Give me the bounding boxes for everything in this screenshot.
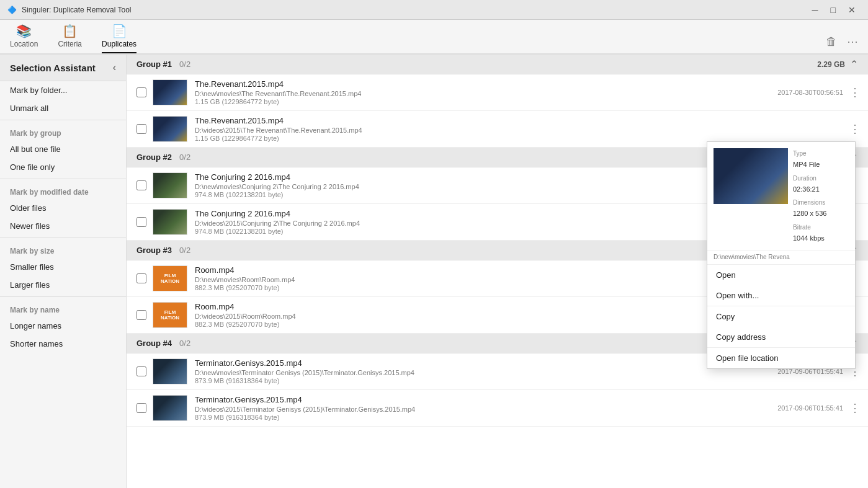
file-path-1b: D:\videos\2015\The Revenant\The.Revenant… bbox=[195, 126, 843, 134]
file-thumbnail-3b: FILMNATION bbox=[153, 302, 187, 328]
file-path-4b: D:\videos\2015\Terminator Genisys (2015)… bbox=[195, 406, 777, 413]
popup-dimensions-value: 1280 x 536 bbox=[793, 208, 826, 220]
delete-button[interactable]: 🗑 bbox=[826, 35, 837, 48]
popup-img-row: Type MP4 File Duration 02:36:21 Dimensio… bbox=[707, 142, 855, 251]
sidebar-item-unmark-all[interactable]: Unmark all bbox=[0, 99, 126, 117]
sidebar-item-mark-by-folder[interactable]: Mark by folder... bbox=[0, 81, 126, 99]
file-name-4a: Terminator.Genisys.2015.mp4 bbox=[195, 358, 777, 368]
file-checkbox-2b[interactable] bbox=[136, 217, 146, 227]
sidebar-section-mark-by-date: Mark by modified date bbox=[0, 182, 126, 199]
toolbar-criteria-label: Criteria bbox=[58, 40, 82, 48]
group1-count: 0/2 bbox=[179, 60, 190, 69]
file-checkbox-4a[interactable] bbox=[136, 366, 146, 376]
minimize-button[interactable]: ─ bbox=[807, 2, 823, 17]
window-controls: ─ □ ✕ bbox=[807, 2, 861, 17]
group-header-1: Group #1 0/2 2.29 GB ⌃ bbox=[127, 55, 868, 74]
file-row: The.Revenant.2015.mp4 D:\new\movies\The … bbox=[127, 74, 868, 111]
popup-action-open[interactable]: Open bbox=[707, 265, 855, 285]
file-name-4b: Terminator.Genisys.2015.mp4 bbox=[195, 395, 777, 404]
file-checkbox-4b[interactable] bbox=[136, 403, 146, 413]
sidebar-item-all-but-one[interactable]: All but one file bbox=[0, 140, 126, 158]
file-date-1a: 2017-08-30T00:56:51 bbox=[777, 89, 858, 96]
file-menu-btn-1a[interactable]: ⋮ bbox=[847, 84, 863, 100]
sidebar-divider-2 bbox=[0, 179, 126, 179]
popup-type-label: Type bbox=[793, 148, 826, 159]
file-checkbox-3b[interactable] bbox=[136, 310, 146, 320]
file-date-4a: 2017-09-06T01:55:41 bbox=[777, 368, 858, 375]
toolbar-location[interactable]: 📚 Location bbox=[10, 21, 38, 53]
maximize-button[interactable]: □ bbox=[826, 2, 841, 17]
sidebar-item-larger-files[interactable]: Larger files bbox=[0, 276, 126, 294]
file-size-4b: 873.9 MB (916318364 byte) bbox=[195, 414, 777, 421]
file-menu-btn-1b[interactable]: ⋮ bbox=[847, 121, 863, 137]
file-name-1a: The.Revenant.2015.mp4 bbox=[195, 79, 777, 89]
toolbar-right: 🗑 ⋯ bbox=[826, 35, 858, 53]
popup-action-open-location[interactable]: Open file location bbox=[707, 348, 855, 368]
sidebar-section-mark-by-group: Mark by group bbox=[0, 123, 126, 140]
sidebar-item-smaller-files[interactable]: Smaller files bbox=[0, 258, 126, 276]
popup-action-open-with[interactable]: Open with... bbox=[707, 285, 855, 306]
location-icon: 📚 bbox=[16, 24, 32, 38]
sidebar-title: Selection Assistant bbox=[10, 63, 96, 73]
file-info-1b: The.Revenant.2015.mp4 D:\videos\2015\The… bbox=[195, 116, 843, 142]
file-name-1b: The.Revenant.2015.mp4 bbox=[195, 116, 843, 125]
popup-type-value: MP4 File bbox=[793, 159, 826, 171]
main-layout: Selection Assistant ‹ Mark by folder... … bbox=[0, 55, 868, 488]
sidebar-section-mark-by-name: Mark by name bbox=[0, 299, 126, 317]
file-thumbnail-3a: FILMNATION bbox=[153, 265, 187, 291]
sidebar: Selection Assistant ‹ Mark by folder... … bbox=[0, 55, 127, 488]
group3-label: Group #3 bbox=[136, 246, 172, 255]
file-thumbnail-1a bbox=[153, 79, 187, 105]
close-button[interactable]: ✕ bbox=[843, 2, 861, 17]
sidebar-back-button[interactable]: ‹ bbox=[110, 61, 119, 74]
popup-duration-value: 02:36:21 bbox=[793, 184, 826, 195]
file-size-1a: 1.15 GB (1229864772 byte) bbox=[195, 98, 777, 105]
file-thumbnail-1b bbox=[153, 116, 187, 142]
title-bar: 🔷 Singuler: Duplicate Removal Tool ─ □ ✕ bbox=[0, 0, 868, 20]
file-info-4a: Terminator.Genisys.2015.mp4 D:\new\movie… bbox=[195, 358, 777, 384]
content-area: Group #1 0/2 2.29 GB ⌃ The.Revenant.2015… bbox=[127, 55, 868, 488]
sidebar-item-shorter-names[interactable]: Shorter names bbox=[0, 335, 126, 353]
group1-toggle[interactable]: ⌃ bbox=[850, 58, 858, 70]
sidebar-divider-4 bbox=[0, 296, 126, 297]
popup-action-copy[interactable]: Copy bbox=[707, 306, 855, 327]
file-checkbox-3a[interactable] bbox=[136, 273, 146, 283]
more-button[interactable]: ⋯ bbox=[847, 35, 858, 48]
sidebar-item-older-files[interactable]: Older files bbox=[0, 199, 126, 217]
file-row: Terminator.Genisys.2015.mp4 D:\videos\20… bbox=[127, 390, 868, 427]
duplicates-icon: 📄 bbox=[112, 24, 127, 38]
group4-label: Group #4 bbox=[136, 339, 172, 348]
file-checkbox-1a[interactable] bbox=[136, 87, 146, 97]
group3-count: 0/2 bbox=[179, 246, 190, 255]
file-path-1a: D:\new\movies\The Revenant\The.Revenant.… bbox=[195, 90, 777, 97]
file-date-4b: 2017-09-06T01:55:41 bbox=[777, 404, 858, 412]
toolbar-criteria[interactable]: 📋 Criteria bbox=[58, 21, 82, 53]
popup-action-copy-address[interactable]: Copy address bbox=[707, 327, 855, 347]
sidebar-divider-3 bbox=[0, 237, 126, 238]
popup-bitrate-label: Bitrate bbox=[793, 222, 826, 233]
sidebar-item-newer-files[interactable]: Newer files bbox=[0, 217, 126, 235]
file-info-1a: The.Revenant.2015.mp4 D:\new\movies\The … bbox=[195, 79, 777, 105]
file-thumbnail-2a bbox=[153, 172, 187, 198]
file-menu-btn-4b[interactable]: ⋮ bbox=[847, 400, 863, 416]
toolbar: 📚 Location 📋 Criteria 📄 Duplicates 🗑 ⋯ bbox=[0, 20, 868, 55]
criteria-icon: 📋 bbox=[62, 24, 78, 38]
file-size-3b: 882.3 MB (925207070 byte) bbox=[195, 321, 777, 328]
toolbar-duplicates-label: Duplicates bbox=[102, 40, 136, 48]
toolbar-duplicates[interactable]: 📄 Duplicates bbox=[102, 21, 136, 53]
sidebar-item-longer-names[interactable]: Longer names bbox=[0, 317, 126, 335]
group2-label: Group #2 bbox=[136, 153, 172, 162]
file-path-3b: D:\videos\2015\Room\Room.mp4 bbox=[195, 313, 777, 320]
file-checkbox-2a[interactable] bbox=[136, 180, 146, 190]
sidebar-item-one-file-only[interactable]: One file only bbox=[0, 158, 126, 176]
context-popup: Type MP4 File Duration 02:36:21 Dimensio… bbox=[707, 141, 856, 369]
file-thumbnail-2b bbox=[153, 209, 187, 235]
toolbar-location-label: Location bbox=[10, 40, 38, 48]
sidebar-header: Selection Assistant ‹ bbox=[0, 55, 126, 81]
file-name-3b: Room.mp4 bbox=[195, 302, 777, 311]
popup-bitrate-value: 1044 kbps bbox=[793, 233, 826, 244]
group1-size: 2.29 GB bbox=[817, 60, 845, 69]
file-checkbox-1b[interactable] bbox=[136, 124, 146, 134]
popup-preview: Type MP4 File Duration 02:36:21 Dimensio… bbox=[707, 142, 855, 265]
popup-thumbnail bbox=[714, 148, 788, 204]
